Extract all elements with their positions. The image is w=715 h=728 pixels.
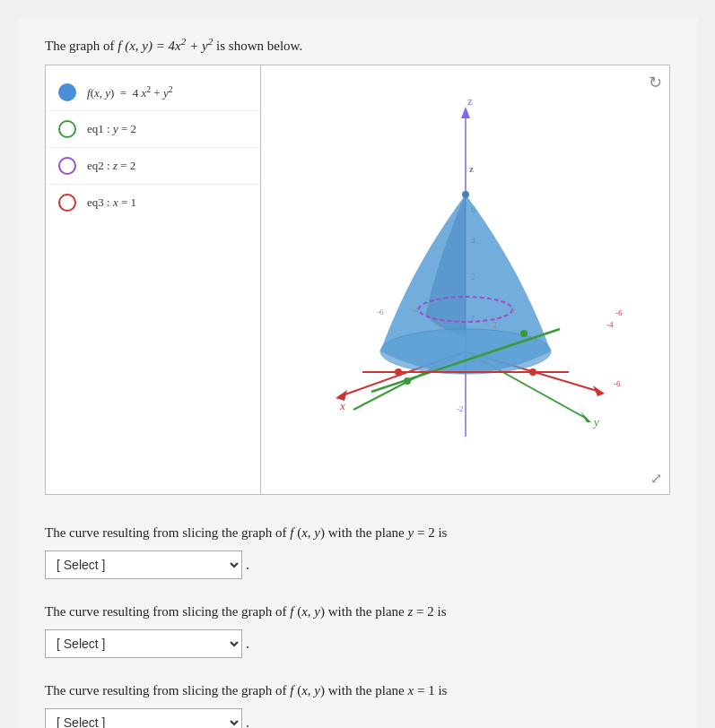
svg-point-26 xyxy=(529,368,536,376)
legend-circle-fxy xyxy=(58,83,76,101)
graph-panel: f(x, y) = 4 x2 + y2 eq1 : y = 2 eq2 : z … xyxy=(45,65,670,495)
legend-circle-eq2 xyxy=(58,157,76,175)
period-1: . xyxy=(246,557,249,573)
svg-point-22 xyxy=(404,377,411,385)
graph-svg: x y y z 6 4 2 z xyxy=(291,87,641,472)
select-q2[interactable]: [ Select ] parabola ellipse circle line xyxy=(45,629,242,658)
legend-circle-eq1 xyxy=(58,120,76,138)
legend-item-fxy: f(x, y) = 4 x2 + y2 xyxy=(46,74,260,111)
svg-text:-6: -6 xyxy=(377,308,384,316)
question-text-3: The curve resulting from slicing the gra… xyxy=(45,680,670,701)
legend-item-eq3: eq3 : x = 1 xyxy=(46,185,260,221)
equation-3: x = 1 xyxy=(408,683,439,698)
svg-text:-2: -2 xyxy=(435,320,442,329)
legend-circle-eq3 xyxy=(58,194,76,212)
svg-text:-6: -6 xyxy=(614,379,621,388)
svg-text:-2: -2 xyxy=(457,404,464,413)
page-container: The graph of f (x, y) = 4x2 + y2 is show… xyxy=(18,18,697,728)
question-block-2: The curve resulting from slicing the gra… xyxy=(45,601,670,658)
select-row-2: [ Select ] parabola ellipse circle line … xyxy=(45,629,670,658)
question-text-1: The curve resulting from slicing the gra… xyxy=(45,522,670,543)
question-block-1: The curve resulting from slicing the gra… xyxy=(45,522,670,579)
svg-point-20 xyxy=(462,191,469,198)
svg-point-23 xyxy=(520,330,528,337)
legend-label-eq1: eq1 : y = 2 xyxy=(87,122,136,136)
svg-text:z: z xyxy=(469,163,474,174)
period-2: . xyxy=(246,636,249,652)
svg-text:x: x xyxy=(339,399,345,412)
svg-text:z: z xyxy=(467,94,473,108)
func-italic-1: f (x, y) xyxy=(290,525,328,540)
equation-1: y = 2 xyxy=(408,525,439,540)
select-row-1: [ Select ] parabola ellipse circle line … xyxy=(45,550,670,579)
function-expression: f (x, y) = 4x2 + y2 xyxy=(118,39,216,53)
select-row-3: [ Select ] parabola ellipse circle line … xyxy=(45,708,670,728)
svg-text:2: 2 xyxy=(493,320,497,329)
legend-panel: f(x, y) = 4 x2 + y2 eq1 : y = 2 eq2 : z … xyxy=(46,65,261,494)
legend-label-eq2: eq2 : z = 2 xyxy=(87,159,135,173)
select-q3[interactable]: [ Select ] parabola ellipse circle line xyxy=(45,708,242,728)
svg-point-25 xyxy=(395,368,402,376)
question-block-3: The curve resulting from slicing the gra… xyxy=(45,680,670,728)
intro-text: The graph of f (x, y) = 4x2 + y2 is show… xyxy=(45,36,670,54)
svg-text:-4: -4 xyxy=(606,320,614,329)
period-3: . xyxy=(246,715,249,728)
refresh-button[interactable]: ↻ xyxy=(649,73,662,92)
svg-text:-6: -6 xyxy=(615,308,623,317)
question-text-2: The curve resulting from slicing the gra… xyxy=(45,601,670,622)
svg-text:y: y xyxy=(592,415,599,429)
func-italic-2: f (x, y) xyxy=(290,604,328,619)
equation-2: z = 2 xyxy=(408,604,438,619)
func-italic-3: f (x, y) xyxy=(290,683,328,698)
svg-text:4: 4 xyxy=(510,306,515,315)
legend-label-fxy: f(x, y) = 4 x2 + y2 xyxy=(87,84,173,100)
graph-area: ↻ xyxy=(261,65,669,494)
select-q1[interactable]: [ Select ] parabola ellipse circle line xyxy=(45,550,242,579)
legend-item-eq2: eq2 : z = 2 xyxy=(46,148,260,185)
legend-label-eq3: eq3 : x = 1 xyxy=(87,195,136,210)
fullscreen-button[interactable]: ⤢ xyxy=(650,470,662,487)
svg-text:-4: -4 xyxy=(412,306,419,315)
legend-item-eq1: eq1 : y = 2 xyxy=(46,111,260,148)
